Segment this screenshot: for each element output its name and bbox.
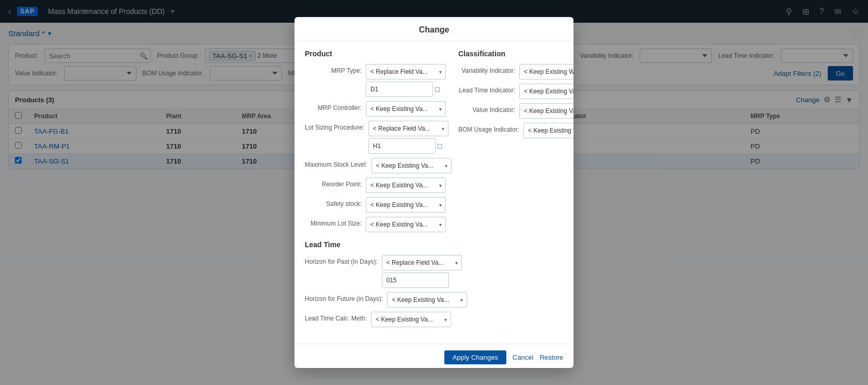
lot-sizing-row: Lot Sizing Procedure: < Replace Field Va… <box>305 121 446 154</box>
reorder-select[interactable]: < Keep Existing Va... <box>366 178 446 193</box>
lot-sizing-select-wrap: < Replace Field Va... ▾ <box>368 121 448 136</box>
mrp-type-label: MRP Type: <box>305 64 362 75</box>
mrp-type-copy-icon[interactable]: □ <box>435 85 439 93</box>
modal-body: Product MRP Type: < Replace Field Va... … <box>295 41 574 344</box>
min-lot-select[interactable]: < Keep Existing Va... <box>366 217 446 232</box>
lead-time-section: Lead Time Horizon for Past (in Days): < … <box>305 240 446 327</box>
variability-indicator-select[interactable]: < Keep Existing Wa... <box>519 64 574 79</box>
horizon-past-input[interactable] <box>382 272 449 288</box>
reorder-row: Reorder Point: < Keep Existing Va... ▾ <box>305 178 446 193</box>
apply-changes-button[interactable]: Apply Changes <box>444 350 506 364</box>
modal-header: Change <box>295 17 574 41</box>
horizon-past-controls: < Replace Field Va... ▾ <box>382 255 462 288</box>
product-section-title: Product <box>305 50 446 58</box>
value-indicator-row: Value Indicator: < Keep Existing Va... ▾ <box>458 103 574 119</box>
mrp-controller-row: MRP Controller: < Keep Existing Va... ▾ <box>305 101 446 117</box>
horizon-future-select[interactable]: < Keep Existing Va... <box>387 292 467 308</box>
modal-title: Change <box>419 25 450 34</box>
horizon-future-controls: < Keep Existing Va... ▾ <box>387 292 467 308</box>
min-lot-label: Minimum Lot Size: <box>305 217 362 228</box>
safety-stock-row: Safety stock: < Keep Existing Va... ▾ <box>305 197 446 213</box>
product-col: Product MRP Type: < Replace Field Va... … <box>305 50 446 335</box>
min-lot-controls: < Keep Existing Va... ▾ <box>366 217 446 232</box>
mrp-type-controls: < Replace Field Va... ▾ □ <box>366 64 446 97</box>
lead-time-calc-controls: < Keep Existing Va... ▾ <box>371 312 451 327</box>
safety-stock-label: Safety stock: <box>305 197 362 208</box>
reorder-label: Reorder Point: <box>305 178 362 189</box>
mrp-type-select-wrap: < Replace Field Va... ▾ <box>366 64 446 79</box>
classification-section: Classification Variability Indicator: < … <box>458 50 574 138</box>
lot-sizing-copy-icon[interactable]: □ <box>438 142 442 150</box>
horizon-past-select-wrap: < Replace Field Va... ▾ <box>382 255 462 270</box>
horizon-past-row: Horizon for Past (in Days): < Replace Fi… <box>305 255 446 288</box>
mrp-controller-select-wrap: < Keep Existing Va... ▾ <box>366 101 446 117</box>
variability-indicator-select-wrap: < Keep Existing Wa... ▾ <box>519 64 574 79</box>
max-stock-controls: < Keep Existing Va... ▾ <box>371 158 452 173</box>
value-indicator-select-wrap: < Keep Existing Va... ▾ <box>519 103 574 119</box>
safety-stock-controls: < Keep Existing Va... ▾ <box>366 197 446 213</box>
horizon-past-input-wrap <box>382 272 462 288</box>
lot-sizing-select[interactable]: < Replace Field Va... <box>368 121 448 136</box>
bom-usage-indicator-label: BOM Usage Indicator: <box>458 123 519 134</box>
mrp-type-input[interactable] <box>366 82 433 97</box>
max-stock-label: Maximum Stock Level: <box>305 158 367 169</box>
variability-indicator-label: Variability Indicator: <box>458 64 515 75</box>
bom-usage-indicator-select[interactable]: < Keep Existing Va... <box>523 123 574 138</box>
lead-time-section-title: Lead Time <box>305 240 446 249</box>
lead-time-calc-label: Lead Time Calc. Meth: <box>305 312 367 323</box>
max-stock-select-wrap: < Keep Existing Va... ▾ <box>371 158 452 173</box>
modal-overlay: Change Product MRP Type: < Re <box>0 0 868 385</box>
lead-time-calc-row: Lead Time Calc. Meth: < Keep Existing Va… <box>305 312 446 327</box>
lot-sizing-controls: < Replace Field Va... ▾ □ <box>368 121 448 154</box>
modal-footer: Apply Changes Cancel Restore <box>295 344 574 368</box>
min-lot-select-wrap: < Keep Existing Va... ▾ <box>366 217 446 232</box>
lead-time-indicator-row: Lead Time Indicator: < Keep Existing Va.… <box>458 84 574 99</box>
reorder-controls: < Keep Existing Va... ▾ <box>366 178 446 193</box>
value-indicator-select[interactable]: < Keep Existing Va... <box>519 103 574 119</box>
horizon-future-row: Horizon for Future (in Days): < Keep Exi… <box>305 292 446 308</box>
horizon-past-label: Horizon for Past (in Days): <box>305 255 378 266</box>
mrp-type-input-wrap: □ <box>366 82 446 97</box>
lead-time-indicator-controls: < Keep Existing Va... ▾ <box>519 84 574 99</box>
variability-indicator-controls: < Keep Existing Wa... ▾ <box>519 64 574 79</box>
mrp-controller-controls: < Keep Existing Va... ▾ <box>366 101 446 117</box>
variability-indicator-row: Variability Indicator: < Keep Existing W… <box>458 64 574 79</box>
safety-stock-select[interactable]: < Keep Existing Va... <box>366 197 446 213</box>
mrp-controller-select[interactable]: < Keep Existing Va... <box>366 101 446 117</box>
min-lot-row: Minimum Lot Size: < Keep Existing Va... … <box>305 217 446 232</box>
max-stock-select[interactable]: < Keep Existing Va... <box>371 158 452 173</box>
max-stock-row: Maximum Stock Level: < Keep Existing Va.… <box>305 158 446 173</box>
lead-time-indicator-select[interactable]: < Keep Existing Va... <box>519 84 574 99</box>
restore-button[interactable]: Restore <box>539 350 563 364</box>
mrp-type-select[interactable]: < Replace Field Va... <box>366 64 446 79</box>
bom-usage-indicator-row: BOM Usage Indicator: < Keep Existing Va.… <box>458 123 574 138</box>
change-modal: Change Product MRP Type: < Re <box>295 17 574 368</box>
horizon-future-label: Horizon for Future (in Days): <box>305 292 383 303</box>
cancel-button[interactable]: Cancel <box>513 350 533 364</box>
lot-sizing-label: Lot Sizing Procedure: <box>305 121 364 132</box>
classification-col: Classification Variability Indicator: < … <box>458 50 574 335</box>
lot-sizing-input[interactable] <box>368 138 436 154</box>
reorder-select-wrap: < Keep Existing Va... ▾ <box>366 178 446 193</box>
horizon-past-select[interactable]: < Replace Field Va... <box>382 255 462 270</box>
bom-usage-indicator-controls: < Keep Existing Va... ▾ <box>523 123 574 138</box>
safety-stock-select-wrap: < Keep Existing Va... ▾ <box>366 197 446 213</box>
modal-two-col: Product MRP Type: < Replace Field Va... … <box>305 50 563 335</box>
lead-time-calc-select[interactable]: < Keep Existing Va... <box>371 312 451 327</box>
lot-sizing-input-wrap: □ <box>368 138 448 154</box>
lead-time-indicator-label: Lead Time Indicator: <box>458 84 515 95</box>
bom-usage-indicator-select-wrap: < Keep Existing Va... ▾ <box>523 123 574 138</box>
value-indicator-label-modal: Value Indicator: <box>458 103 515 115</box>
horizon-future-select-wrap: < Keep Existing Va... ▾ <box>387 292 467 308</box>
classification-section-title: Classification <box>458 50 574 58</box>
lead-time-indicator-select-wrap: < Keep Existing Va... ▾ <box>519 84 574 99</box>
mrp-controller-label: MRP Controller: <box>305 101 362 113</box>
value-indicator-controls: < Keep Existing Va... ▾ <box>519 103 574 119</box>
mrp-type-row: MRP Type: < Replace Field Va... ▾ <box>305 64 446 97</box>
lead-time-calc-select-wrap: < Keep Existing Va... ▾ <box>371 312 451 327</box>
product-section: Product MRP Type: < Replace Field Va... … <box>305 50 446 232</box>
